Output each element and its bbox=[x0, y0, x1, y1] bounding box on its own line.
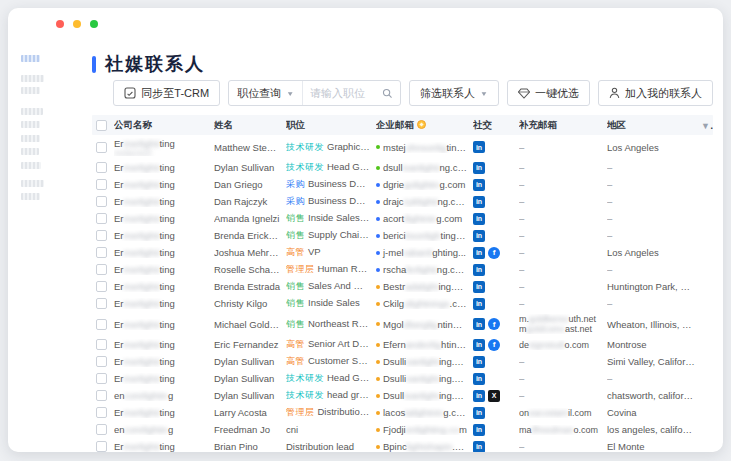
social-cell: in bbox=[473, 179, 519, 191]
linkedin-icon[interactable]: in bbox=[473, 339, 485, 351]
contact-name-cell: Dylan Sullivan bbox=[214, 373, 286, 384]
contact-name-cell: Dylan Sullivan bbox=[214, 356, 286, 367]
extra-email-cell: – bbox=[519, 196, 607, 207]
region-cell: – bbox=[607, 196, 701, 207]
position-tag: 高管 bbox=[286, 247, 305, 257]
sidebar-item-1[interactable] bbox=[21, 55, 40, 62]
facebook-icon[interactable]: f bbox=[488, 318, 500, 330]
linkedin-icon[interactable]: in bbox=[473, 281, 485, 293]
row-checkbox[interactable] bbox=[96, 247, 107, 258]
row-checkbox[interactable] bbox=[96, 142, 107, 153]
sidebar-item-5[interactable] bbox=[21, 121, 40, 128]
row-checkbox[interactable] bbox=[96, 264, 107, 275]
extra-email-cell: – bbox=[519, 247, 607, 258]
sidebar-item-3[interactable] bbox=[21, 87, 40, 94]
row-checkbox[interactable] bbox=[96, 281, 107, 292]
filter-funnel-icon[interactable]: ▼ bbox=[701, 120, 713, 131]
sidebar-item-8[interactable] bbox=[21, 162, 41, 169]
position-type-select[interactable]: 职位查询 ▼ bbox=[229, 81, 303, 105]
text-visible: ting bbox=[159, 247, 174, 258]
table-row: ErmerlightitingDylan Sullivan高管Customer … bbox=[92, 353, 713, 370]
linkedin-icon[interactable]: in bbox=[473, 356, 485, 368]
row-checkbox[interactable] bbox=[96, 356, 107, 367]
text-redacted: merlighti bbox=[124, 179, 160, 190]
minimize-window-button[interactable] bbox=[73, 20, 81, 28]
linkedin-icon[interactable]: in bbox=[473, 196, 485, 208]
sidebar-item-10[interactable] bbox=[21, 193, 40, 200]
sidebar-item-9[interactable] bbox=[21, 180, 44, 187]
add-to-my-contacts-button[interactable]: 加入我的联系人 bbox=[598, 80, 713, 106]
table-row: ErmerlightitingredactedMatthew Stephen技术… bbox=[92, 135, 713, 159]
select-all-checkbox[interactable] bbox=[96, 120, 107, 131]
row-checkbox[interactable] bbox=[96, 196, 107, 207]
linkedin-icon[interactable]: in bbox=[473, 407, 485, 419]
one-click-optimize-button[interactable]: 一键优选 bbox=[507, 80, 590, 106]
sidebar-item-2[interactable] bbox=[21, 75, 44, 82]
linkedin-icon[interactable]: in bbox=[473, 318, 485, 330]
row-checkbox[interactable] bbox=[96, 407, 107, 418]
close-window-button[interactable] bbox=[56, 20, 64, 28]
position-tag: 采购 bbox=[286, 196, 305, 206]
filter-contacts-button[interactable]: 筛选联系人 ▼ bbox=[409, 80, 499, 106]
table-row: ErmerlightitingDan Rajczyk采购Business Dev… bbox=[92, 193, 713, 210]
maximize-window-button[interactable] bbox=[90, 20, 98, 28]
contacts-table: 公司名称姓名职位企业邮箱社交补充邮箱地区▼Ermerlightitingreda… bbox=[92, 115, 713, 452]
linkedin-icon[interactable]: in bbox=[473, 373, 485, 385]
extra-email-cell: – bbox=[519, 441, 607, 452]
text-visible: Er bbox=[114, 281, 124, 292]
text-redacted: merlighti bbox=[124, 138, 160, 149]
x-twitter-icon[interactable]: X bbox=[488, 390, 500, 402]
social-cell: in bbox=[473, 373, 519, 385]
row-checkbox[interactable] bbox=[96, 179, 107, 190]
column-header-label: 社交 bbox=[473, 119, 492, 130]
linkedin-icon[interactable]: in bbox=[473, 298, 485, 310]
linkedin-icon[interactable]: in bbox=[473, 424, 485, 436]
row-checkbox[interactable] bbox=[96, 298, 107, 309]
linkedin-icon[interactable]: in bbox=[473, 162, 485, 174]
column-header-label: 地区 bbox=[607, 119, 626, 130]
linkedin-icon[interactable]: in bbox=[473, 230, 485, 242]
row-checkbox[interactable] bbox=[96, 319, 107, 330]
text-visible: en bbox=[114, 390, 125, 401]
row-checkbox[interactable] bbox=[96, 424, 107, 435]
linkedin-icon[interactable]: in bbox=[473, 247, 485, 259]
linkedin-icon[interactable]: in bbox=[473, 441, 485, 453]
company-name: Ermerlightiting bbox=[114, 230, 175, 241]
column-header-label: 职位 bbox=[286, 119, 305, 130]
text-redacted: merlighti bbox=[124, 407, 160, 418]
sidebar-item-6[interactable] bbox=[21, 135, 40, 142]
table-row: ErmerlightitingDylan Sullivan技术研发Head Gr… bbox=[92, 370, 713, 387]
contact-name-cell: Michael Goldberg bbox=[214, 319, 286, 330]
text-redacted: corelightin bbox=[125, 390, 168, 401]
position-search-input[interactable] bbox=[310, 87, 382, 99]
page-title: 社媒联系人 bbox=[105, 52, 205, 76]
linkedin-icon[interactable]: in bbox=[473, 179, 485, 191]
text-visible: ting bbox=[159, 138, 174, 149]
row-checkbox[interactable] bbox=[96, 230, 107, 241]
region-cell: – bbox=[607, 373, 701, 384]
row-checkbox[interactable] bbox=[96, 213, 107, 224]
row-checkbox[interactable] bbox=[96, 373, 107, 384]
text-visible: g.com bbox=[440, 179, 466, 190]
position-tag: 管理层 bbox=[286, 407, 315, 417]
text-visible: ast.net bbox=[565, 324, 592, 334]
linkedin-icon[interactable]: in bbox=[473, 141, 485, 153]
linkedin-icon[interactable]: in bbox=[473, 390, 485, 402]
sidebar-item-7[interactable] bbox=[21, 148, 39, 155]
row-checkbox-cell bbox=[92, 441, 114, 452]
search-icon[interactable] bbox=[382, 88, 393, 99]
row-checkbox[interactable] bbox=[96, 162, 107, 173]
row-checkbox[interactable] bbox=[96, 339, 107, 350]
linkedin-icon[interactable]: in bbox=[473, 213, 485, 225]
linkedin-icon[interactable]: in bbox=[473, 264, 485, 276]
sync-to-tcrm-button[interactable]: 同步至T-CRM bbox=[113, 80, 220, 106]
facebook-icon[interactable]: f bbox=[488, 247, 500, 259]
text-visible: Er bbox=[114, 339, 124, 350]
company-cell: Ermerlightiting bbox=[114, 264, 214, 275]
sidebar-item-4[interactable] bbox=[21, 108, 43, 115]
column-header-7: 地区 bbox=[607, 119, 701, 132]
position-title: Inside Sales Representa... bbox=[308, 212, 376, 223]
row-checkbox[interactable] bbox=[96, 441, 107, 452]
row-checkbox[interactable] bbox=[96, 390, 107, 401]
facebook-icon[interactable]: f bbox=[488, 339, 500, 351]
